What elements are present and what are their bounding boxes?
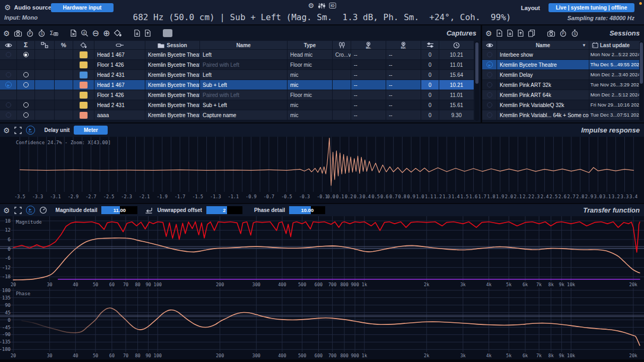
type-column-header[interactable]: Type: [288, 41, 333, 50]
phase-plot[interactable]: Phase18013590450-45-90-135-1802030405060…: [0, 288, 644, 359]
capture-color-cell[interactable]: [73, 90, 94, 100]
gain-column-header[interactable]: [421, 41, 439, 50]
export-file-icon[interactable]: [144, 29, 151, 37]
session-visibility-toggle[interactable]: [482, 50, 497, 60]
stopwatch-s-icon[interactable]: S: [38, 29, 46, 37]
last-update-column-header[interactable]: Last update: [589, 41, 641, 50]
capture-row[interactable]: Floor 1 426Kremlin Bycetre TheatrePaired…: [0, 60, 474, 70]
session-visibility-toggle[interactable]: [482, 90, 497, 100]
capture-sum-toggle[interactable]: [17, 80, 35, 90]
color-swatch-button[interactable]: [163, 29, 172, 37]
gear-icon[interactable]: ⚙: [485, 30, 492, 37]
capture-gain-cell[interactable]: 0: [421, 50, 439, 60]
routing-column-header[interactable]: [35, 41, 55, 50]
session-row[interactable]: Kremlin Pink ART 32kTue Nov 26...3:29 20…: [482, 80, 641, 90]
capture-sum-toggle[interactable]: [17, 50, 35, 60]
capture-gain-cell[interactable]: 0: [421, 70, 439, 80]
gear-icon[interactable]: ⚙: [3, 30, 10, 37]
session-visibility-toggle[interactable]: [482, 70, 497, 80]
mic-position-column-header[interactable]: Mic.: [351, 41, 386, 50]
paint-bucket-icon[interactable]: [114, 29, 122, 37]
sliders-icon[interactable]: [318, 3, 325, 9]
capture-gain-cell[interactable]: 0: [421, 110, 439, 120]
sum-column-header[interactable]: Σ: [17, 41, 35, 50]
stopwatch-p-icon[interactable]: P: [26, 29, 34, 37]
capture-color-cell[interactable]: [73, 80, 94, 90]
impulse-response-plot[interactable]: Confidence 24.7% - Zoom: X[43.00]-3.5-3.…: [0, 137, 644, 202]
crossover-column-header[interactable]: [333, 41, 351, 50]
capture-photo-icon[interactable]: [547, 30, 555, 37]
capture-sum-toggle[interactable]: [17, 90, 35, 100]
capture-row[interactable]: Floor 1 426Kremlin Bycetre TheatrePaired…: [0, 90, 474, 100]
gear-icon[interactable]: ⚙: [3, 127, 10, 134]
io-icon[interactable]: IO: [329, 3, 336, 8]
session-row[interactable]: Kremlin Pink Variabl... 64k + Some comme…: [482, 110, 641, 120]
capture-row[interactable]: ▶Head 1 467Kremlin Bycetre TheatreSub + …: [0, 80, 474, 90]
capture-delay-cell[interactable]: 11.01: [439, 60, 474, 70]
capture-color-cell[interactable]: [73, 60, 94, 70]
fullscreen-icon[interactable]: [14, 127, 22, 134]
gear-icon[interactable]: ⚙: [3, 207, 10, 214]
capture-visibility-toggle[interactable]: [0, 60, 17, 70]
name-column-header[interactable]: Name: [200, 41, 288, 50]
magnitude-plot[interactable]: Magnitude181260-6-12-1820304050607080901…: [0, 216, 644, 288]
capture-sum-toggle[interactable]: [17, 110, 35, 120]
capture-gain-cell[interactable]: 0: [421, 100, 439, 110]
capture-delay-cell[interactable]: 10.21: [439, 50, 474, 60]
zoom-out-icon[interactable]: ⊖: [92, 29, 99, 38]
new-session-icon[interactable]: [496, 29, 503, 37]
session-name-column-header[interactable]: Name▼: [497, 41, 589, 50]
capture-delay-cell[interactable]: 15.64: [439, 70, 474, 80]
capture-visibility-toggle[interactable]: [0, 110, 17, 120]
capture-color-cell[interactable]: [73, 100, 94, 110]
session-column-header[interactable]: Session: [145, 41, 200, 50]
captures-scrollbar[interactable]: [475, 41, 479, 121]
capture-sum-toggle[interactable]: [17, 70, 35, 80]
capture-visibility-toggle[interactable]: ▶: [0, 80, 17, 90]
duplicate-session-icon[interactable]: [528, 29, 535, 37]
capture-gain-cell[interactable]: 0: [421, 60, 439, 70]
visibility-column-header[interactable]: [482, 41, 497, 50]
session-row[interactable]: ▶Kremlin Bycetre TheatreThu Dec 5...49:5…: [482, 60, 641, 70]
stopwatch-s-icon[interactable]: S: [571, 29, 579, 37]
zoom-detail-icon[interactable]: d: [81, 29, 89, 37]
layout-mode-button[interactable]: Live | system tuning | offline: [549, 3, 634, 12]
session-visibility-toggle[interactable]: [482, 100, 497, 110]
capture-visibility-toggle[interactable]: [0, 100, 17, 110]
magnitude-detail-input[interactable]: 11.00: [101, 206, 137, 214]
session-row[interactable]: Kremlin Pink VariableQ 32kFri Nov 29...1…: [482, 100, 641, 110]
capture-photo-icon[interactable]: [14, 30, 22, 37]
capture-delay-cell[interactable]: 9.30: [439, 110, 474, 120]
capture-color-cell[interactable]: [73, 70, 94, 80]
live-toggle[interactable]: ▶live: [26, 126, 35, 135]
session-visibility-toggle[interactable]: [482, 80, 497, 90]
capture-visibility-toggle[interactable]: [0, 90, 17, 100]
fullscreen-icon[interactable]: [14, 207, 22, 214]
capture-gain-cell[interactable]: 0: [421, 80, 439, 90]
hardware-input-button[interactable]: Hardware input: [51, 3, 114, 12]
color-column-header[interactable]: [73, 41, 94, 50]
gear-icon[interactable]: ⚙: [4, 4, 11, 11]
sessions-scrollbar[interactable]: [639, 41, 643, 121]
sort-desc-icon[interactable]: ▼: [582, 43, 586, 48]
stopwatch-p-icon[interactable]: P: [559, 29, 567, 37]
unwrap-icon[interactable]: [145, 207, 153, 214]
import-session-icon[interactable]: [507, 29, 514, 37]
ref-position-column-header[interactable]: Ref.: [386, 41, 421, 50]
session-row[interactable]: Interbee showMon Nov 2...5:22 2024: [482, 50, 641, 60]
capture-sum-toggle[interactable]: [17, 100, 35, 110]
sum-capture-icon[interactable]: Σ: [49, 29, 58, 37]
capture-visibility-toggle[interactable]: [0, 70, 17, 80]
visibility-column-header[interactable]: [0, 41, 17, 50]
capture-row[interactable]: Head 1 467Kremlin Bycetre TheatreLeftHea…: [0, 50, 474, 60]
capture-row[interactable]: aaaaKremlin Bycetre TheatreCapture namem…: [0, 110, 474, 120]
delay-column-header[interactable]: [439, 41, 474, 50]
unwrapped-offset-input[interactable]: 2: [206, 206, 242, 214]
capture-color-cell[interactable]: [73, 110, 94, 120]
phase-detail-input[interactable]: 10.00: [289, 206, 325, 214]
file-delete-icon[interactable]: [70, 29, 77, 37]
capture-delay-cell[interactable]: 15.61: [439, 100, 474, 110]
session-visibility-toggle[interactable]: ▶: [482, 60, 497, 70]
delay-unit-button[interactable]: Meter: [74, 126, 108, 135]
capture-sum-toggle[interactable]: [17, 60, 35, 70]
